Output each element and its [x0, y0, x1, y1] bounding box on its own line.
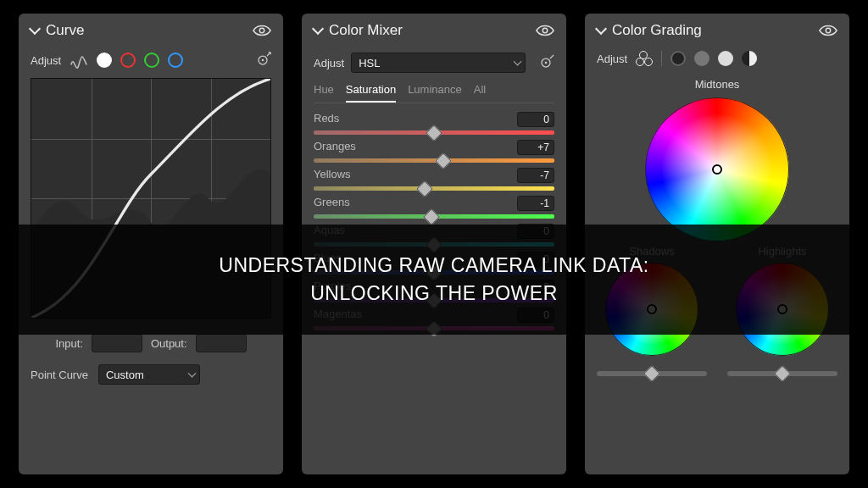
- svg-point-0: [259, 28, 264, 33]
- svg-point-10: [826, 28, 831, 33]
- slider-track[interactable]: [314, 130, 554, 135]
- chevron-down-icon: [29, 23, 41, 35]
- svg-point-8: [545, 62, 548, 64]
- grading-header[interactable]: Color Grading: [597, 22, 837, 39]
- parametric-curve-icon[interactable]: [70, 51, 88, 69]
- chevron-down-icon: [312, 23, 324, 35]
- shadows-wheel-button[interactable]: [670, 51, 686, 66]
- targeted-adjust-icon[interactable]: [254, 52, 271, 69]
- channel-rgb-button[interactable]: [97, 53, 112, 68]
- three-way-icon[interactable]: [636, 51, 653, 66]
- grading-adjust-label: Adjust: [597, 53, 627, 65]
- midtones-color-wheel[interactable]: [645, 97, 789, 241]
- mixer-adjust-select[interactable]: HSL: [351, 53, 526, 73]
- slider-track[interactable]: [314, 214, 554, 219]
- slider-yellows: Yellows-7: [314, 168, 554, 191]
- slider-track[interactable]: [314, 158, 554, 163]
- mixer-header[interactable]: Color Mixer: [314, 22, 554, 39]
- grading-title: Color Grading: [612, 22, 812, 39]
- slider-value[interactable]: -1: [517, 196, 554, 211]
- slider-label: Greens: [314, 196, 350, 211]
- slider-reds: Reds0: [314, 112, 554, 135]
- curve-output-field[interactable]: [196, 334, 247, 352]
- mixer-adjust-label: Adjust: [314, 57, 344, 69]
- svg-line-9: [550, 55, 554, 58]
- targeted-adjust-icon[interactable]: [537, 54, 554, 71]
- title-overlay: UNDERSTANDING RAW CAMERA LINK DATA: UNLO…: [0, 225, 868, 335]
- tab-saturation[interactable]: Saturation: [346, 83, 396, 103]
- shadows-luminance-slider[interactable]: [597, 371, 707, 376]
- point-curve-select[interactable]: Custom: [98, 364, 200, 385]
- highlights-wheel-button[interactable]: [718, 51, 733, 66]
- slider-label: Yellows: [314, 168, 351, 183]
- wheel-handle[interactable]: [712, 164, 722, 175]
- separator: [661, 51, 662, 66]
- midtones-label: Midtones: [597, 78, 837, 91]
- highlights-luminance-slider[interactable]: [727, 371, 837, 376]
- slider-value[interactable]: 0: [517, 112, 554, 127]
- slider-label: Oranges: [314, 140, 356, 155]
- slider-track[interactable]: [314, 186, 554, 191]
- overlay-line2: UNLOCKING THE POWER: [310, 282, 558, 305]
- slider-value[interactable]: -7: [517, 168, 554, 183]
- tab-hue[interactable]: Hue: [314, 83, 334, 103]
- eye-icon[interactable]: [536, 25, 554, 36]
- eye-icon[interactable]: [819, 25, 837, 36]
- tab-luminance[interactable]: Luminance: [408, 83, 462, 103]
- mixer-tabs: Hue Saturation Luminance All: [314, 83, 554, 103]
- curve-adjust-label: Adjust: [31, 54, 61, 67]
- channel-blue-button[interactable]: [168, 53, 183, 68]
- slider-value[interactable]: +7: [517, 140, 554, 155]
- overlay-line1: UNDERSTANDING RAW CAMERA LINK DATA:: [219, 254, 648, 277]
- output-label: Output:: [151, 337, 187, 350]
- tab-all[interactable]: All: [474, 83, 486, 103]
- point-curve-label: Point Curve: [31, 369, 88, 381]
- svg-point-6: [542, 28, 548, 33]
- curve-header[interactable]: Curve: [31, 22, 271, 39]
- eye-icon[interactable]: [253, 25, 271, 36]
- mixer-title: Color Mixer: [329, 22, 529, 39]
- slider-greens: Greens-1: [314, 196, 554, 219]
- global-wheel-button[interactable]: [742, 51, 757, 66]
- slider-oranges: Oranges+7: [314, 140, 554, 163]
- curve-title: Curve: [46, 22, 246, 39]
- chevron-down-icon: [595, 23, 607, 35]
- input-label: Input:: [55, 337, 83, 350]
- channel-green-button[interactable]: [144, 53, 159, 68]
- svg-point-2: [262, 59, 264, 62]
- channel-red-button[interactable]: [120, 53, 136, 68]
- curve-input-field[interactable]: [92, 334, 142, 352]
- slider-label: Reds: [314, 112, 339, 127]
- midtones-wheel-button[interactable]: [694, 51, 709, 66]
